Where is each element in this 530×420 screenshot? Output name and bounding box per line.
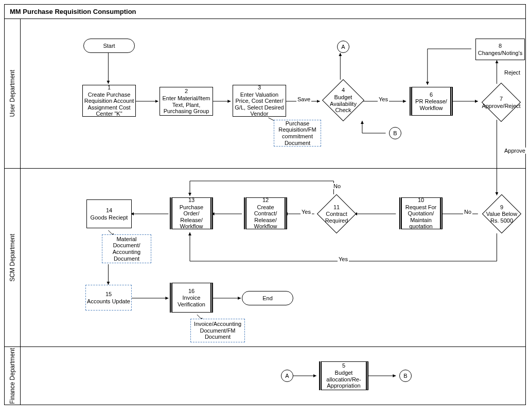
doc-pr: Purchase Requisition/FM commitment Docum…	[274, 120, 321, 147]
node-8: 8Changes/Noting's	[475, 39, 525, 60]
node-12: 12Create Contract/ Release/ Workflow	[244, 197, 287, 229]
doc-invoice: Invoice/Accounting Document/FM Document	[190, 319, 245, 342]
node-4: 4Budget Availability Check	[323, 80, 364, 121]
node-13: 13Purchase Order/ Release/ Workflow	[170, 197, 213, 229]
node-1: 1Create Purchase Requisition Account Ass…	[82, 85, 136, 117]
label-reject: Reject	[503, 69, 521, 76]
label-yes-2: Yes	[301, 209, 312, 215]
label-no-2: No	[332, 183, 342, 189]
node-14: 14Goods Reciept	[86, 199, 132, 228]
doc-material: Material Document/ Accounting Document	[102, 234, 151, 263]
label-approve: Approve	[503, 148, 526, 154]
diagram-title: MM Purchase Requisition Consumption	[5, 5, 525, 19]
label-yes-3: Yes	[338, 256, 349, 262]
end-node: End	[242, 291, 293, 305]
label-save: Save	[296, 96, 311, 102]
node-3: 3Enter Valuation Price, Cost Center/ G/L…	[233, 85, 286, 117]
connector-A-in: A	[281, 370, 293, 382]
lane-label-scm: SCM Department	[5, 169, 21, 346]
node-2: 2Enter Material/Item Text, Plant, Purcha…	[160, 87, 213, 116]
label-no-1: No	[463, 209, 472, 215]
node-9: 9Value Below Rs. 5000	[482, 194, 521, 233]
node-10: 10Request For Quotation/ Maintain quotat…	[399, 197, 443, 229]
node-16: 16Invoice Verification	[170, 283, 213, 313]
node-15: 15Accounts Update	[85, 285, 132, 311]
node-6: 6PR Release/ Workflow	[410, 87, 453, 116]
lane-finance: A 5Budget allocation/Re- Appropriation B	[21, 347, 525, 405]
connector-B-in: B	[389, 127, 401, 139]
lane-label-fin: Finance Department	[5, 347, 21, 405]
node-5: 5Budget allocation/Re- Appropriation	[319, 361, 368, 390]
connector-A-out: A	[337, 41, 349, 53]
node-11: 11Contract Required	[317, 194, 356, 233]
node-7: 7Approve/Reject	[482, 83, 521, 122]
connector-B-out: B	[399, 370, 412, 382]
lane-scm: 9Value Below Rs. 5000 10Request For Quot…	[21, 169, 525, 346]
start-node: Start	[83, 39, 135, 53]
lane-label-user: User Department	[5, 19, 21, 168]
label-yes-1: Yes	[378, 96, 389, 102]
lane-user: Start 1Create Purchase Requisition Accou…	[21, 19, 525, 168]
